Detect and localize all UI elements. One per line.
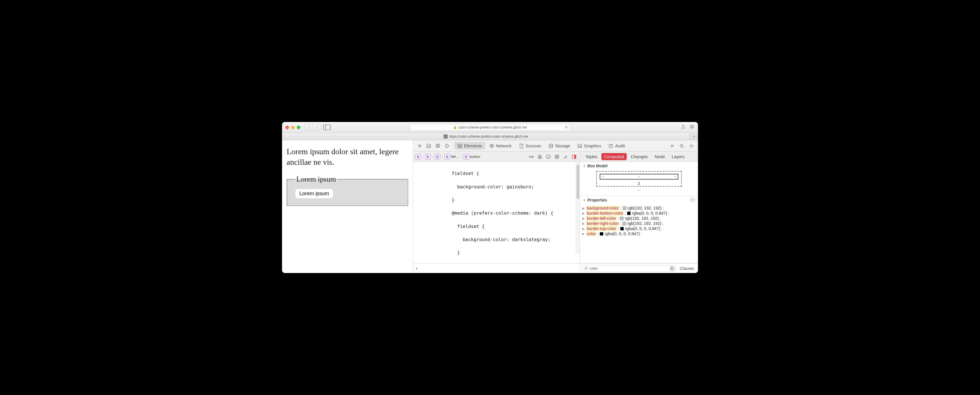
property-name: background-color bbox=[586, 206, 619, 210]
crumb-sep: › bbox=[442, 155, 443, 159]
dom-scrollbar[interactable] bbox=[576, 162, 580, 254]
semicolon: ; bbox=[663, 206, 664, 210]
crumb-button[interactable]: Ebutton bbox=[463, 154, 480, 159]
semicolon: ; bbox=[663, 221, 664, 226]
tabs-overview-button[interactable] bbox=[689, 125, 695, 130]
tab-graphics[interactable]: Graphics bbox=[574, 142, 605, 150]
crumb-3[interactable]: E bbox=[435, 154, 441, 159]
inspect-element-button[interactable] bbox=[443, 142, 451, 150]
property-name: border-bottom-color bbox=[586, 211, 624, 215]
compositing-button[interactable] bbox=[554, 153, 560, 160]
svg-rect-4 bbox=[427, 144, 430, 148]
properties-header[interactable]: ▼ Properties bbox=[580, 196, 698, 204]
rulers-button[interactable] bbox=[528, 153, 535, 160]
crumb-1[interactable]: E bbox=[415, 154, 421, 159]
tab-elements[interactable]: Elements bbox=[454, 142, 485, 150]
filter-toggle-icon[interactable] bbox=[690, 198, 695, 202]
boxmodel-border: – – – bbox=[600, 174, 678, 180]
clear-filter-button[interactable]: ✕ bbox=[670, 266, 674, 271]
tab-storage-label: Storage bbox=[555, 143, 570, 148]
styletab-computed[interactable]: Computed bbox=[601, 153, 627, 160]
zoom-window-button[interactable] bbox=[297, 126, 300, 129]
new-tab-button[interactable]: ＋ bbox=[689, 133, 698, 140]
element-badge-icon: E bbox=[435, 154, 441, 159]
svg-rect-15 bbox=[460, 146, 462, 148]
close-window-button[interactable] bbox=[285, 126, 289, 129]
sidebar-toggle-button[interactable] bbox=[323, 124, 331, 130]
chevron-double-right-icon bbox=[670, 143, 674, 148]
gear-icon bbox=[689, 143, 694, 148]
styletab-styles[interactable]: Styles bbox=[583, 153, 600, 160]
styles-subtabs: Styles Computed Changes Node Layers bbox=[580, 151, 698, 162]
page-fieldset: Lorem ipsum Lorem ipsum bbox=[286, 175, 408, 206]
dom-tree[interactable]: fieldset { background-color: gainsboro; … bbox=[413, 162, 580, 263]
property-row[interactable]: ▶color: rgba(0, 0, 0, 0.847); bbox=[582, 231, 696, 236]
property-name: border-top-color bbox=[586, 226, 617, 231]
property-row[interactable]: ▶border-top-color: rgba(0, 0, 0, 0.847); bbox=[582, 226, 696, 231]
overflow-button[interactable] bbox=[668, 142, 676, 150]
titlebar-right bbox=[680, 125, 695, 130]
color-swatch-icon bbox=[620, 227, 624, 231]
sources-icon bbox=[519, 143, 523, 148]
dock-side-button[interactable] bbox=[425, 142, 433, 150]
page-paragraph: Lorem ipsum dolor sit amet, legere ancil… bbox=[286, 147, 408, 167]
property-value: rgb(192, 192, 192) bbox=[628, 206, 662, 210]
tab-sources-label: Sources bbox=[526, 143, 541, 148]
tab-sources[interactable]: Sources bbox=[515, 142, 545, 150]
code-line: background-color: darkslategray; bbox=[419, 237, 550, 242]
scroll-thumb[interactable] bbox=[577, 165, 579, 199]
colon: : bbox=[625, 211, 626, 215]
minimize-window-button[interactable] bbox=[291, 126, 294, 129]
page-legend: Lorem ipsum bbox=[295, 175, 337, 183]
share-button[interactable] bbox=[680, 125, 686, 130]
svg-rect-31 bbox=[555, 157, 557, 158]
classes-button[interactable]: Classes bbox=[678, 266, 696, 271]
boxmodel-header[interactable]: ▼ Box Model bbox=[580, 162, 698, 170]
property-name: border-left-color bbox=[586, 216, 616, 221]
layout-toggle-button[interactable] bbox=[571, 153, 578, 160]
settings-button[interactable] bbox=[688, 142, 695, 150]
color-scheme-button[interactable] bbox=[545, 153, 552, 160]
paint-flashing-button[interactable] bbox=[562, 153, 569, 160]
boxmodel-diagram: – – – 2 – bbox=[580, 170, 698, 196]
property-value: rgb(192, 192, 192) bbox=[627, 221, 661, 226]
filter-input[interactable]: color ✕ bbox=[582, 265, 676, 272]
reload-button[interactable]: ⟳ bbox=[565, 126, 568, 129]
browser-tab[interactable]: C https://color-scheme-prefers-color-sch… bbox=[282, 133, 689, 140]
url-bar[interactable]: 🔒 color-scheme-prefers-color-scheme.glit… bbox=[410, 124, 570, 131]
property-row[interactable]: ▶border-bottom-color: rgba(0, 0, 0, 0.84… bbox=[582, 210, 696, 216]
crumb-sep: › bbox=[461, 155, 462, 159]
console-strip[interactable]: › bbox=[413, 263, 580, 273]
tab-audit-label: Audit bbox=[615, 143, 625, 148]
search-button[interactable] bbox=[678, 142, 686, 150]
property-row[interactable]: ▶border-right-color: rgb(192, 192, 192); bbox=[582, 221, 696, 226]
semicolon: ; bbox=[662, 226, 663, 231]
close-icon bbox=[417, 143, 422, 148]
back-button[interactable]: ‹ bbox=[305, 124, 312, 130]
styletab-node[interactable]: Node bbox=[652, 153, 668, 160]
property-row[interactable]: ▶border-left-color: rgb(192, 192, 192); bbox=[582, 216, 696, 221]
disclosure-triangle-icon: ▼ bbox=[583, 199, 586, 202]
audit-icon bbox=[609, 143, 613, 148]
colon: : bbox=[597, 231, 598, 236]
tab-network[interactable]: Network bbox=[486, 142, 515, 150]
crumb-fieldset[interactable]: Efiel… bbox=[444, 154, 460, 159]
svg-rect-27 bbox=[547, 155, 550, 158]
tab-audit[interactable]: Audit bbox=[605, 142, 628, 150]
page-button[interactable]: Lorem ipsum bbox=[295, 189, 333, 199]
svg-point-20 bbox=[680, 144, 683, 147]
print-styles-button[interactable] bbox=[536, 153, 543, 160]
styletab-layers[interactable]: Layers bbox=[669, 153, 687, 160]
forward-button[interactable]: › bbox=[312, 124, 320, 130]
nav-arrows: ‹ › bbox=[304, 124, 321, 131]
tab-strip: C https://color-scheme-prefers-color-sch… bbox=[282, 133, 698, 140]
colon: : bbox=[620, 221, 621, 226]
property-row[interactable]: ▶background-color: rgb(192, 192, 192); bbox=[582, 205, 696, 210]
styletab-changes[interactable]: Changes bbox=[628, 153, 651, 160]
close-devtools-button[interactable] bbox=[416, 142, 423, 150]
dock-window-button[interactable] bbox=[434, 142, 442, 150]
crumb-2[interactable]: E bbox=[425, 154, 431, 159]
tab-storage[interactable]: Storage bbox=[545, 142, 574, 150]
svg-rect-3 bbox=[691, 125, 694, 127]
sidebar-icon bbox=[323, 124, 331, 130]
